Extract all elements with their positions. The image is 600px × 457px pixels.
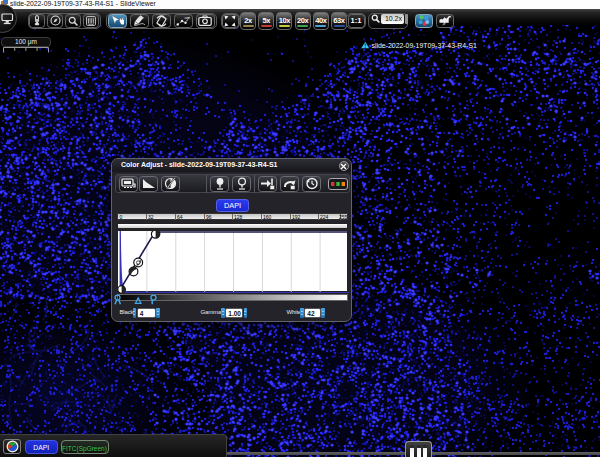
- svg-text:um: um: [185, 15, 190, 20]
